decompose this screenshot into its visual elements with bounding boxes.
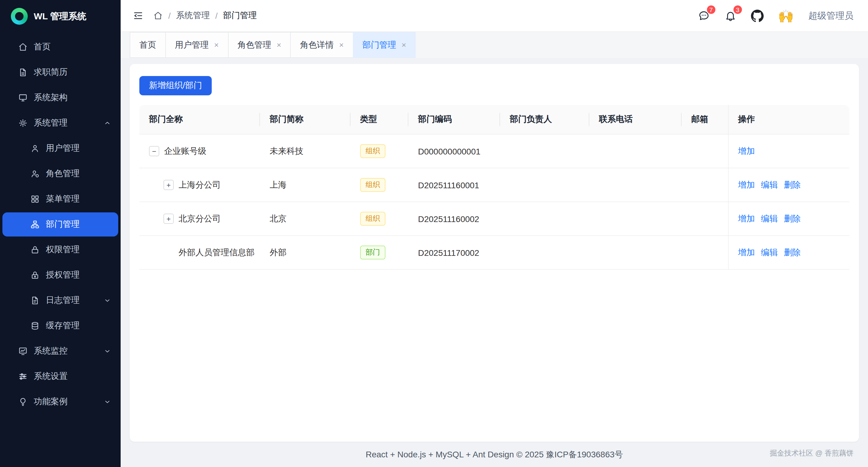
- gear-icon: [18, 118, 28, 128]
- sidebar-group-log-management[interactable]: 日志管理: [2, 288, 118, 313]
- collapse-sidebar-icon[interactable]: [133, 10, 144, 21]
- breadcrumb-separator: /: [168, 11, 171, 21]
- tab-role-management[interactable]: 角色管理 ×: [228, 32, 291, 58]
- add-action-link[interactable]: 增加: [738, 146, 755, 157]
- page-footer: React + Node.js + MySQL + Ant Design © 2…: [130, 442, 859, 460]
- tab-department-management[interactable]: 部门管理 ×: [353, 32, 416, 58]
- department-short-name: 上海: [260, 168, 350, 202]
- table-row: + 上海分公司 上海 组织 D202511160001: [140, 168, 849, 202]
- expand-row-button[interactable]: +: [163, 214, 174, 224]
- sidebar: WL 管理系统 首页 求职简历 系统架构 系统管理 用户: [0, 0, 121, 467]
- breadcrumb-separator: /: [215, 11, 218, 21]
- user-icon: [30, 144, 40, 153]
- department-name: 北京分公司: [179, 213, 221, 224]
- messages-button[interactable]: 7: [698, 10, 710, 22]
- department-short-name: 未来科技: [260, 134, 350, 168]
- chevron-down-icon: [104, 347, 111, 355]
- topbar-actions: 7 3 🙌 超级管理员: [698, 9, 854, 22]
- column-header-actions: 操作: [728, 105, 849, 134]
- sidebar-group-feature-examples[interactable]: 功能案例: [2, 390, 118, 414]
- sidebar-item-authorization-management[interactable]: 授权管理: [2, 263, 118, 287]
- close-icon[interactable]: ×: [339, 41, 343, 49]
- department-code: D202511160002: [408, 202, 500, 236]
- user-avatar[interactable]: 🙌: [778, 9, 794, 22]
- add-action-link[interactable]: 增加: [738, 213, 755, 224]
- edit-action-link[interactable]: 编辑: [761, 247, 778, 258]
- column-header-short-name: 部门简称: [260, 105, 350, 134]
- close-icon[interactable]: ×: [402, 41, 406, 49]
- column-header-phone: 联系电话: [589, 105, 682, 134]
- tab-label: 用户管理: [175, 39, 209, 51]
- lightbulb-icon: [18, 397, 28, 407]
- column-header-leader: 部门负责人: [500, 105, 589, 134]
- sidebar-item-department-management[interactable]: 部门管理: [2, 212, 118, 237]
- department-short-name: 北京: [260, 202, 350, 236]
- tab-home[interactable]: 首页: [130, 32, 166, 58]
- close-icon[interactable]: ×: [214, 41, 219, 49]
- department-code: D202511160001: [408, 168, 500, 202]
- tab-user-management[interactable]: 用户管理 ×: [165, 32, 228, 58]
- notifications-button[interactable]: 3: [724, 10, 737, 22]
- sidebar-item-architecture[interactable]: 系统架构: [2, 86, 118, 110]
- edit-action-link[interactable]: 编辑: [761, 180, 778, 190]
- sidebar-item-label: 菜单管理: [46, 194, 80, 205]
- sidebar-item-label: 系统监控: [34, 346, 67, 356]
- type-tag: 组织: [360, 212, 385, 226]
- app-logo: WL 管理系统: [0, 0, 121, 33]
- sidebar-item-role-management[interactable]: 角色管理: [2, 162, 118, 186]
- sliders-icon: [18, 372, 28, 381]
- sidebar-item-user-management[interactable]: 用户管理: [2, 136, 118, 160]
- sidebar-group-system-monitoring[interactable]: 系统监控: [2, 339, 118, 363]
- delete-action-link[interactable]: 删除: [784, 180, 801, 190]
- department-email: [682, 134, 728, 168]
- close-icon[interactable]: ×: [277, 41, 281, 49]
- sidebar-menu: 首页 求职简历 系统架构 系统管理 用户管理 角色管理: [0, 33, 121, 467]
- type-tag: 部门: [360, 246, 385, 259]
- department-panel: 新增组织/部门 部门全称 部门简称 类型 部门编码: [130, 64, 859, 442]
- sidebar-item-label: 求职简历: [34, 67, 67, 78]
- chevron-down-icon: [104, 297, 111, 304]
- user-name[interactable]: 超级管理员: [808, 10, 854, 22]
- home-icon: [18, 42, 28, 52]
- chevron-down-icon: [104, 398, 111, 405]
- breadcrumb-item[interactable]: 系统管理: [176, 10, 210, 21]
- monitor-chart-icon: [18, 346, 28, 356]
- keyhole-lock-icon: [30, 270, 40, 280]
- add-action-link[interactable]: 增加: [738, 247, 755, 258]
- sidebar-item-label: 功能案例: [34, 396, 67, 407]
- type-tag: 组织: [360, 178, 385, 192]
- add-action-link[interactable]: 增加: [738, 180, 755, 190]
- sidebar-item-label: 系统架构: [34, 92, 67, 103]
- breadcrumb-current: 部门管理: [223, 10, 257, 21]
- department-phone: [589, 168, 682, 202]
- add-department-button[interactable]: 新增组织/部门: [140, 76, 212, 95]
- expand-row-button[interactable]: +: [163, 180, 174, 190]
- github-icon[interactable]: [751, 9, 764, 22]
- sidebar-item-label: 权限管理: [46, 244, 80, 255]
- department-table: 部门全称 部门简称 类型 部门编码 部门负责人 联系电话 邮箱 操作: [140, 105, 849, 270]
- tab-role-details[interactable]: 角色详情 ×: [290, 32, 353, 58]
- sidebar-item-label: 缓存管理: [46, 320, 80, 331]
- edit-action-link[interactable]: 编辑: [761, 213, 778, 224]
- sidebar-item-label: 授权管理: [46, 270, 80, 281]
- sidebar-item-cache-management[interactable]: 缓存管理: [2, 314, 118, 338]
- sidebar-group-system-management[interactable]: 系统管理: [2, 111, 118, 135]
- department-phone: [589, 202, 682, 236]
- sidebar-item-label: 系统设置: [34, 371, 67, 382]
- sidebar-item-resume[interactable]: 求职简历: [2, 60, 118, 85]
- delete-action-link[interactable]: 删除: [784, 213, 801, 224]
- sidebar-item-menu-management[interactable]: 菜单管理: [2, 187, 118, 211]
- tab-label: 部门管理: [363, 39, 396, 51]
- department-email: [682, 168, 728, 202]
- sidebar-item-system-settings[interactable]: 系统设置: [2, 365, 118, 388]
- sidebar-item-permission-management[interactable]: 权限管理: [2, 238, 118, 262]
- topbar: / 系统管理 / 部门管理 7 3: [121, 0, 868, 32]
- sidebar-item-home[interactable]: 首页: [2, 35, 118, 59]
- department-name: 企业账号级: [164, 146, 206, 157]
- home-icon[interactable]: [153, 11, 163, 21]
- collapse-row-button[interactable]: −: [149, 146, 159, 156]
- tab-label: 角色管理: [237, 39, 271, 51]
- table-header-row: 部门全称 部门简称 类型 部门编码 部门负责人 联系电话 邮箱 操作: [140, 105, 849, 134]
- delete-action-link[interactable]: 删除: [784, 247, 801, 258]
- department-leader: [500, 236, 589, 270]
